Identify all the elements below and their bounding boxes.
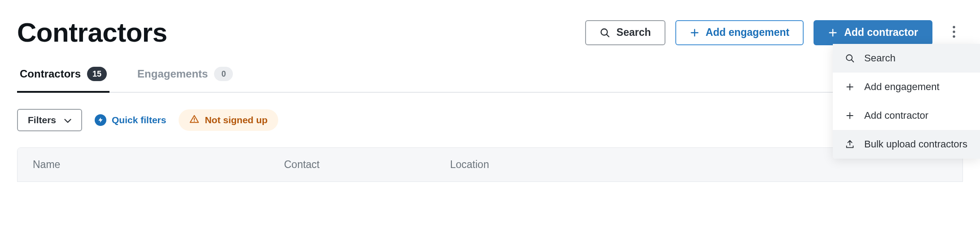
add-engagement-label: Add engagement (706, 26, 790, 39)
warning-icon (189, 114, 199, 126)
tab-engagements-label: Engagements (137, 68, 208, 80)
add-contractor-label: Add contractor (844, 26, 918, 39)
menu-item-bulk-upload[interactable]: Bulk upload contractors (833, 130, 980, 159)
page-header: Contractors Search Add e (17, 17, 963, 48)
search-button-label: Search (617, 26, 651, 39)
upload-icon (844, 139, 855, 149)
tab-contractors[interactable]: Contractors 15 (17, 67, 109, 93)
tab-contractors-count: 15 (87, 67, 107, 81)
menu-item-bulk-upload-label: Bulk upload contractors (864, 138, 967, 150)
page-title: Contractors (17, 17, 167, 48)
plus-icon (690, 28, 700, 38)
quick-filters-label: Quick filters (112, 115, 166, 125)
filters-button[interactable]: Filters (17, 109, 82, 131)
column-header-location[interactable]: Location (450, 159, 947, 171)
chip-not-signed-up[interactable]: Not signed up (179, 109, 278, 131)
svg-point-6 (953, 26, 955, 28)
chip-not-signed-up-label: Not signed up (205, 115, 267, 125)
tab-engagements[interactable]: Engagements 0 (135, 67, 236, 93)
table-header: Name Contact Location (18, 148, 962, 181)
more-vertical-icon (952, 26, 956, 40)
filters-row: Filters Quick filters (17, 109, 963, 131)
quick-filters-link[interactable]: Quick filters (95, 114, 166, 126)
more-actions-button[interactable] (945, 20, 963, 45)
tab-engagements-count: 0 (214, 67, 233, 81)
header-actions: Search Add engagement (585, 20, 963, 45)
add-engagement-button[interactable]: Add engagement (675, 20, 804, 45)
add-contractor-button[interactable]: Add contractor (814, 20, 932, 45)
menu-item-add-engagement-label: Add engagement (864, 81, 940, 93)
menu-item-add-contractor-label: Add contractor (864, 110, 928, 121)
bolt-icon (95, 114, 106, 126)
menu-item-search-label: Search (864, 52, 896, 64)
tab-contractors-label: Contractors (20, 68, 81, 80)
column-header-contact[interactable]: Contact (284, 159, 450, 171)
plus-icon (844, 82, 855, 91)
svg-line-12 (852, 60, 854, 62)
more-actions-menu: Search Add engagement Add contractor (833, 44, 980, 159)
column-header-name[interactable]: Name (33, 159, 284, 171)
svg-point-8 (953, 35, 955, 37)
contractors-table: Name Contact Location (17, 147, 963, 182)
svg-point-7 (953, 30, 955, 33)
menu-item-add-contractor[interactable]: Add contractor (833, 101, 980, 130)
chevron-down-icon (64, 115, 71, 125)
search-icon (599, 27, 610, 38)
plus-icon (844, 111, 855, 120)
menu-item-search[interactable]: Search (833, 44, 980, 73)
menu-item-add-engagement[interactable]: Add engagement (833, 73, 980, 101)
tabs-bar: Contractors 15 Engagements 0 (17, 67, 963, 93)
plus-icon (828, 28, 838, 38)
svg-point-10 (194, 121, 195, 121)
filters-button-label: Filters (28, 115, 56, 125)
search-icon (844, 53, 855, 63)
search-button[interactable]: Search (585, 20, 665, 45)
svg-line-1 (607, 35, 609, 37)
